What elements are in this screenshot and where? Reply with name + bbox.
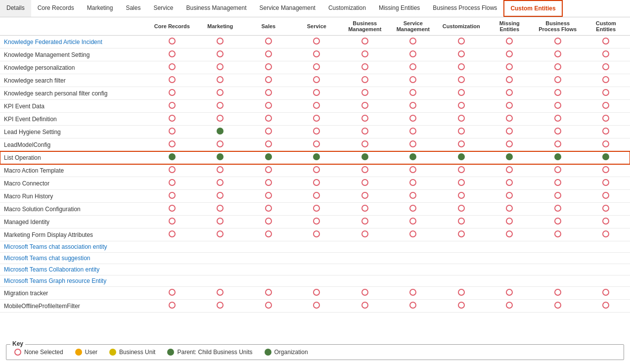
cell-9-9[interactable] xyxy=(582,151,630,164)
cell-5-1[interactable] xyxy=(196,100,244,113)
tab-details[interactable]: Details xyxy=(0,0,31,17)
cell-3-6[interactable] xyxy=(437,74,485,87)
cell-15-9[interactable] xyxy=(582,228,630,241)
cell-17-4[interactable] xyxy=(341,253,389,264)
cell-4-0[interactable] xyxy=(148,87,196,100)
cell-2-8[interactable] xyxy=(534,61,582,74)
cell-14-8[interactable] xyxy=(534,216,582,228)
cell-6-1[interactable] xyxy=(196,113,244,126)
cell-14-9[interactable] xyxy=(582,216,630,228)
cell-18-5[interactable] xyxy=(389,264,437,275)
cell-13-7[interactable] xyxy=(486,203,534,216)
cell-11-8[interactable] xyxy=(534,177,582,190)
cell-5-3[interactable] xyxy=(293,100,341,113)
cell-2-9[interactable] xyxy=(582,61,630,74)
cell-1-8[interactable] xyxy=(534,48,582,61)
cell-1-9[interactable] xyxy=(582,48,630,61)
cell-15-7[interactable] xyxy=(486,228,534,241)
cell-9-8[interactable] xyxy=(534,151,582,164)
cell-6-4[interactable] xyxy=(341,113,389,126)
cell-13-9[interactable] xyxy=(582,203,630,216)
cell-19-3[interactable] xyxy=(293,275,341,287)
cell-20-6[interactable] xyxy=(437,287,485,300)
cell-19-4[interactable] xyxy=(341,275,389,287)
table-row[interactable]: Managed Identity xyxy=(0,216,630,228)
cell-9-2[interactable] xyxy=(244,151,292,164)
table-row[interactable]: List Operation xyxy=(0,151,630,164)
cell-16-7[interactable] xyxy=(486,241,534,253)
cell-3-4[interactable] xyxy=(341,74,389,87)
cell-6-5[interactable] xyxy=(389,113,437,126)
cell-11-9[interactable] xyxy=(582,177,630,190)
table-row[interactable]: Microsoft Teams chat suggestion xyxy=(0,253,630,264)
cell-1-1[interactable] xyxy=(196,48,244,61)
tab-core-records[interactable]: Core Records xyxy=(31,0,81,17)
cell-13-3[interactable] xyxy=(293,203,341,216)
cell-15-8[interactable] xyxy=(534,228,582,241)
cell-4-8[interactable] xyxy=(534,87,582,100)
table-row[interactable]: Macro Run History xyxy=(0,190,630,203)
cell-14-1[interactable] xyxy=(196,216,244,228)
cell-3-0[interactable] xyxy=(148,74,196,87)
cell-8-4[interactable] xyxy=(341,138,389,151)
cell-21-0[interactable] xyxy=(148,300,196,313)
cell-7-4[interactable] xyxy=(341,126,389,138)
cell-13-4[interactable] xyxy=(341,203,389,216)
cell-8-5[interactable] xyxy=(389,138,437,151)
cell-10-8[interactable] xyxy=(534,164,582,177)
cell-7-9[interactable] xyxy=(582,126,630,138)
cell-14-5[interactable] xyxy=(389,216,437,228)
cell-7-5[interactable] xyxy=(389,126,437,138)
cell-2-4[interactable] xyxy=(341,61,389,74)
cell-21-3[interactable] xyxy=(293,300,341,313)
cell-1-6[interactable] xyxy=(437,48,485,61)
cell-5-0[interactable] xyxy=(148,100,196,113)
table-row[interactable]: Macro Connector xyxy=(0,177,630,190)
cell-8-6[interactable] xyxy=(437,138,485,151)
cell-20-4[interactable] xyxy=(341,287,389,300)
cell-2-7[interactable] xyxy=(486,61,534,74)
cell-2-5[interactable] xyxy=(389,61,437,74)
cell-0-1[interactable] xyxy=(196,36,244,48)
tab-custom-entities[interactable]: Custom Entities xyxy=(503,0,562,17)
cell-6-8[interactable] xyxy=(534,113,582,126)
cell-19-5[interactable] xyxy=(389,275,437,287)
cell-15-2[interactable] xyxy=(244,228,292,241)
cell-10-0[interactable] xyxy=(148,164,196,177)
cell-20-9[interactable] xyxy=(582,287,630,300)
cell-21-6[interactable] xyxy=(437,300,485,313)
cell-20-3[interactable] xyxy=(293,287,341,300)
cell-4-6[interactable] xyxy=(437,87,485,100)
cell-4-2[interactable] xyxy=(244,87,292,100)
cell-13-1[interactable] xyxy=(196,203,244,216)
cell-15-5[interactable] xyxy=(389,228,437,241)
cell-12-5[interactable] xyxy=(389,190,437,203)
cell-12-0[interactable] xyxy=(148,190,196,203)
cell-18-8[interactable] xyxy=(534,264,582,275)
cell-13-0[interactable] xyxy=(148,203,196,216)
table-row[interactable]: Macro Action Template xyxy=(0,164,630,177)
table-row[interactable]: Microsoft Teams chat association entity xyxy=(0,241,630,253)
cell-18-1[interactable] xyxy=(196,264,244,275)
cell-8-7[interactable] xyxy=(486,138,534,151)
cell-15-1[interactable] xyxy=(196,228,244,241)
cell-2-0[interactable] xyxy=(148,61,196,74)
cell-16-1[interactable] xyxy=(196,241,244,253)
cell-12-7[interactable] xyxy=(486,190,534,203)
cell-10-6[interactable] xyxy=(437,164,485,177)
cell-0-6[interactable] xyxy=(437,36,485,48)
cell-1-4[interactable] xyxy=(341,48,389,61)
table-row[interactable]: Microsoft Teams Collaboration entity xyxy=(0,264,630,275)
cell-3-9[interactable] xyxy=(582,74,630,87)
table-row[interactable]: Knowledge Federated Article Incident xyxy=(0,36,630,48)
cell-5-9[interactable] xyxy=(582,100,630,113)
cell-10-4[interactable] xyxy=(341,164,389,177)
cell-11-0[interactable] xyxy=(148,177,196,190)
tab-missing-entities[interactable]: Missing Entities xyxy=(372,0,426,17)
cell-3-1[interactable] xyxy=(196,74,244,87)
cell-4-4[interactable] xyxy=(341,87,389,100)
cell-11-6[interactable] xyxy=(437,177,485,190)
cell-5-6[interactable] xyxy=(437,100,485,113)
table-row[interactable]: Knowledge search personal filter config xyxy=(0,87,630,100)
cell-17-9[interactable] xyxy=(582,253,630,264)
